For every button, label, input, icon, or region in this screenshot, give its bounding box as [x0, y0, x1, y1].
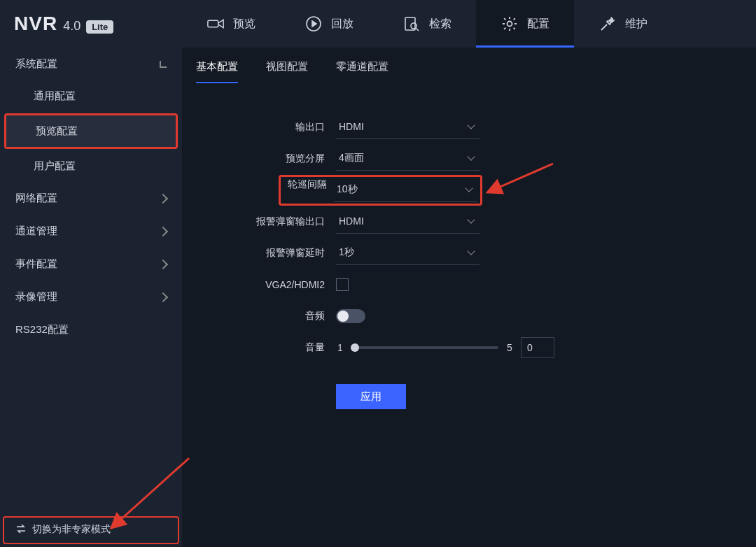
- chevron-down-icon: [467, 121, 475, 129]
- row-audio: 音频: [196, 300, 742, 332]
- select-alarm-output[interactable]: HDMI: [336, 210, 479, 234]
- label-alarm-output: 报警弹窗输出口: [196, 215, 336, 228]
- sidebar-item-record[interactable]: 录像管理: [0, 280, 182, 313]
- select-value: HDMI: [339, 215, 364, 227]
- select-patrol[interactable]: 10秒: [334, 178, 477, 202]
- sidebar-item-label: RS232配置: [15, 323, 69, 336]
- chevron-right-icon: [158, 259, 168, 269]
- sidebar-sub-general[interactable]: 通用配置: [0, 80, 182, 112]
- row-patrol: 轮巡间隔 10秒: [196, 174, 742, 206]
- chevron-right-icon: [158, 292, 168, 301]
- sidebar-item-label: 系统配置: [15, 57, 57, 71]
- wrench-icon: [598, 15, 617, 33]
- sidebar-item-system-config[interactable]: 系统配置: [0, 48, 182, 80]
- chevron-right-icon: [158, 226, 168, 236]
- tab-view[interactable]: 视图配置: [266, 60, 308, 83]
- svg-point-4: [507, 22, 512, 27]
- label-output: 输出口: [196, 121, 336, 134]
- topnav: 预览 回放 检索 配置 维护: [182, 0, 672, 48]
- apply-button[interactable]: 应用: [336, 384, 406, 409]
- sidebar-sub-user[interactable]: 用户配置: [0, 150, 182, 182]
- sidebar-item-label: 预览配置: [36, 125, 78, 136]
- sidebar-sublist: 通用配置 预览配置 用户配置: [0, 80, 182, 182]
- topnav-config[interactable]: 配置: [476, 0, 574, 48]
- tab-label: 零通道配置: [336, 60, 388, 72]
- topnav-label: 维护: [625, 17, 648, 31]
- select-value: 10秒: [337, 183, 358, 196]
- sidebar-item-label: 网络配置: [15, 192, 57, 205]
- logo-version: 4.0: [63, 19, 80, 34]
- mode-switch-label: 切换为非专家模式: [32, 523, 111, 536]
- topnav-preview[interactable]: 预览: [182, 0, 280, 48]
- select-output[interactable]: HDMI: [336, 115, 479, 139]
- label-audio: 音频: [196, 310, 336, 322]
- tab-label: 基本配置: [196, 60, 238, 72]
- label-alarm-delay: 报警弹窗延时: [196, 247, 336, 260]
- annotation-arrow-icon: [112, 455, 196, 532]
- sidebar-item-label: 录像管理: [15, 290, 57, 304]
- row-vga2: VGA2/HDMI2: [196, 269, 742, 300]
- topnav-label: 预览: [233, 17, 255, 31]
- gear-icon: [500, 15, 519, 33]
- sidebar-sub-preview[interactable]: 预览配置: [6, 115, 176, 147]
- svg-line-5: [497, 164, 553, 188]
- content: 基本配置 视图配置 零通道配置 输出口 HDMI 预览分屏 4画面 轮巡间隔 1…: [182, 48, 756, 547]
- sidebar-item-channel[interactable]: 通道管理: [0, 215, 182, 248]
- row-alarm-delay: 报警弹窗延时 1秒: [196, 237, 742, 269]
- sidebar-item-label: 用户配置: [34, 159, 76, 171]
- row-volume: 音量 1 5: [196, 332, 742, 363]
- swap-icon: [15, 524, 27, 536]
- topbar: NVR 4.0 Lite 预览 回放 检索 配置: [0, 0, 756, 48]
- label-volume: 音量: [196, 341, 336, 354]
- row-alarm-output: 报警弹窗输出口 HDMI: [196, 206, 742, 237]
- select-value: 1秒: [339, 246, 354, 259]
- topnav-label: 回放: [331, 17, 354, 31]
- highlight-box: 预览配置: [4, 113, 178, 149]
- sidebar-item-label: 事件配置: [15, 257, 57, 271]
- row-output: 输出口 HDMI: [196, 111, 742, 143]
- topnav-playback[interactable]: 回放: [280, 0, 378, 48]
- volume-control: 1 5: [336, 337, 554, 358]
- checkbox-vga2[interactable]: [336, 278, 349, 291]
- topnav-label: 检索: [429, 17, 451, 31]
- label-split: 预览分屏: [196, 152, 336, 165]
- toggle-audio[interactable]: [336, 309, 365, 323]
- search-doc-icon: [402, 15, 421, 33]
- chevron-down-icon: [467, 152, 475, 160]
- chevron-down-icon: [467, 247, 475, 255]
- volume-input[interactable]: [521, 337, 554, 358]
- tab-basic[interactable]: 基本配置: [196, 60, 238, 83]
- select-alarm-delay[interactable]: 1秒: [336, 241, 479, 265]
- tab-label: 视图配置: [266, 60, 308, 72]
- tabs: 基本配置 视图配置 零通道配置: [182, 48, 756, 83]
- volume-slider[interactable]: [351, 346, 498, 349]
- sidebar-item-rs232[interactable]: RS232配置: [0, 313, 182, 346]
- chevron-down-icon: [160, 61, 167, 68]
- svg-rect-0: [208, 20, 218, 27]
- label-vga2: VGA2/HDMI2: [196, 279, 336, 290]
- select-split[interactable]: 4画面: [336, 147, 479, 171]
- sidebar-item-label: 通道管理: [15, 225, 57, 238]
- select-value: HDMI: [339, 121, 364, 132]
- chevron-right-icon: [158, 193, 168, 203]
- label-patrol: 轮巡间隔: [284, 178, 334, 202]
- logo: NVR 4.0 Lite: [0, 13, 182, 35]
- annotation-arrow-icon: [490, 160, 560, 195]
- svg-line-6: [119, 458, 189, 521]
- tab-zero[interactable]: 零通道配置: [336, 60, 388, 83]
- chevron-down-icon: [465, 184, 472, 192]
- volume-min: 1: [336, 342, 344, 353]
- sidebar-item-network[interactable]: 网络配置: [0, 182, 182, 215]
- topnav-search[interactable]: 检索: [378, 0, 476, 48]
- select-value: 4画面: [339, 152, 364, 164]
- sidebar-item-label: 通用配置: [34, 90, 76, 101]
- form: 输出口 HDMI 预览分屏 4画面 轮巡间隔 10秒 报警弹窗输出口 HDMI …: [182, 83, 756, 423]
- logo-name: NVR: [14, 13, 57, 35]
- sidebar-item-event[interactable]: 事件配置: [0, 248, 182, 280]
- row-split: 预览分屏 4画面: [196, 143, 742, 174]
- camera-icon: [206, 15, 225, 33]
- chevron-down-icon: [467, 215, 475, 223]
- topnav-maintain[interactable]: 维护: [574, 0, 672, 48]
- sidebar-list: 系统配置 通用配置 预览配置 用户配置 网络配置: [0, 48, 182, 516]
- apply-label: 应用: [360, 390, 382, 402]
